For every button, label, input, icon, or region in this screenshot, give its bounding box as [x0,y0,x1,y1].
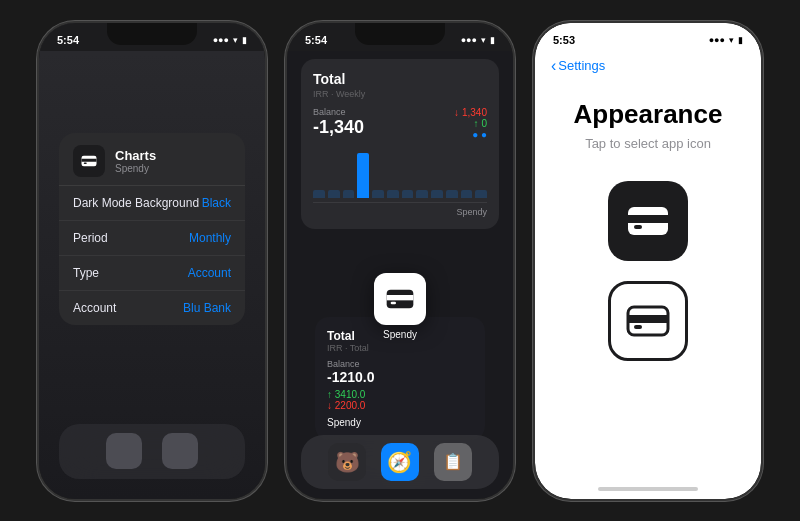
svg-rect-11 [634,325,642,329]
phone-2: 5:54 ●●● ▾ ▮ Total IRR · Weekly Balance … [285,21,515,501]
dock-icon-1 [106,433,142,469]
card1-subtitle: IRR · Weekly [313,89,487,99]
widget-header: Charts Spendy [59,133,245,186]
card2-stat1: ↑ 3410.0 [327,389,473,400]
row-value-3: Blu Bank [183,301,231,315]
back-button[interactable]: ‹ Settings [551,57,605,75]
row-label-1: Period [73,231,108,245]
row-value-2: Account [188,266,231,280]
svg-rect-7 [628,215,668,223]
widget-container: Charts Spendy Dark Mode Background Black… [59,133,245,325]
status-icons-2: ●●● ▾ ▮ [461,35,495,45]
dock-app-bear[interactable]: 🐻 [328,443,366,481]
widget-row-2[interactable]: Type Account [59,256,245,291]
battery-icon-2: ▮ [490,35,495,45]
svg-rect-2 [84,162,87,164]
arrow-down-icon: ↓ [454,107,459,118]
files-icon: 📋 [443,452,463,471]
balance-block-1: Balance -1,340 [313,107,364,138]
notch-2 [355,23,445,45]
signal-icon-3: ●●● [709,35,725,45]
notch-1 [107,23,197,45]
home-indicator-3 [598,487,698,491]
balance-label-1: Balance [313,107,364,117]
app-icon-label: Spendy [383,329,417,340]
row-value-1: Monthly [189,231,231,245]
widget-app-icon [73,145,105,177]
appearance-nav: ‹ Settings [535,51,761,79]
card2-stat2: ↓ 2200.0 [327,400,473,411]
status-icons-1: ●●● ▾ ▮ [213,35,247,45]
stat-up-val-1: 0 [481,118,487,129]
bar-5 [387,190,399,198]
phone-3: 5:53 ●●● ▾ ▮ ‹ Settings Appearance Tap t… [533,21,763,501]
back-label: Settings [558,58,605,73]
svg-rect-8 [634,225,642,229]
card1-app-name: Spendy [456,207,487,217]
card1-stats: Balance -1,340 ↓ 1,340 ↑ 0 [313,107,487,140]
chart-card-1: Total IRR · Weekly Balance -1,340 ↓ 1,34… [301,59,499,229]
bar-7 [416,190,428,198]
card2-app-name: Spendy [327,417,473,428]
dock-home: 🐻 🧭 📋 [301,435,499,489]
app-icon-large [374,273,426,325]
bar-0 [313,190,325,198]
svg-rect-1 [82,158,97,161]
widget-title-block: Charts Spendy [115,148,156,174]
appearance-subtitle: Tap to select app icon [585,136,711,151]
bar-6 [402,190,414,198]
card2-balance-val: -1210.0 [327,369,473,385]
stat-dots-1: ● ● [472,129,487,140]
widget-row-0[interactable]: Dark Mode Background Black [59,186,245,221]
widget-row-3[interactable]: Account Blu Bank [59,291,245,325]
card1-wrapper: Total IRR · Weekly Balance -1,340 ↓ 1,34… [287,51,513,245]
app-icon-option-2[interactable] [608,281,688,361]
battery-icon-3: ▮ [738,35,743,45]
dock-app-files[interactable]: 📋 [434,443,472,481]
dock-icon-2 [162,433,198,469]
signal-icon: ●●● [213,35,229,45]
stat-up-1: ↑ 0 [473,118,487,129]
status-time-2: 5:54 [305,34,327,46]
safari-icon: 🧭 [387,450,412,474]
appearance-content: Appearance Tap to select app icon [535,79,761,401]
app-icon-option-1[interactable] [608,181,688,261]
phone-1: 5:54 ●●● ▾ ▮ [37,21,267,501]
widget-title: Charts [115,148,156,163]
wifi-icon-2: ▾ [481,35,486,45]
bear-icon: 🐻 [335,450,360,474]
wifi-icon: ▾ [233,35,238,45]
dock-app-safari[interactable]: 🧭 [381,443,419,481]
status-time-1: 5:54 [57,34,79,46]
notch-3 [603,23,693,45]
bar-8 [431,190,443,198]
balance-value-1: -1,340 [313,117,364,138]
bar-chart-1 [313,148,487,203]
status-time-3: 5:53 [553,34,575,46]
row-label-0: Dark Mode Background [73,196,199,210]
card2-stat2-val: 2200.0 [335,400,366,411]
svg-rect-5 [391,301,396,304]
stat-block-1: ↓ 1,340 ↑ 0 ● ● [454,107,487,140]
app-icon-overlay: Spendy [374,273,426,340]
widget-subtitle: Spendy [115,163,156,174]
bar-4 [372,190,384,198]
widget-row-1[interactable]: Period Monthly [59,221,245,256]
card2-stat1-val: 3410.0 [335,389,366,400]
svg-rect-10 [628,315,668,323]
stat-down-val-1: 1,340 [462,107,487,118]
bar-3 [357,153,369,198]
bar-10 [461,190,473,198]
bar-9 [446,190,458,198]
stat-down-1: ↓ 1,340 [454,107,487,118]
appearance-title: Appearance [574,99,723,130]
signal-icon-2: ●●● [461,35,477,45]
row-value-0: Black [202,196,231,210]
row-label-2: Type [73,266,99,280]
bar-11 [475,190,487,198]
status-icons-3: ●●● ▾ ▮ [709,35,743,45]
battery-icon: ▮ [242,35,247,45]
dot-blue-icon: ● ● [472,129,487,140]
svg-rect-4 [387,295,414,300]
card1-title: Total [313,71,487,87]
